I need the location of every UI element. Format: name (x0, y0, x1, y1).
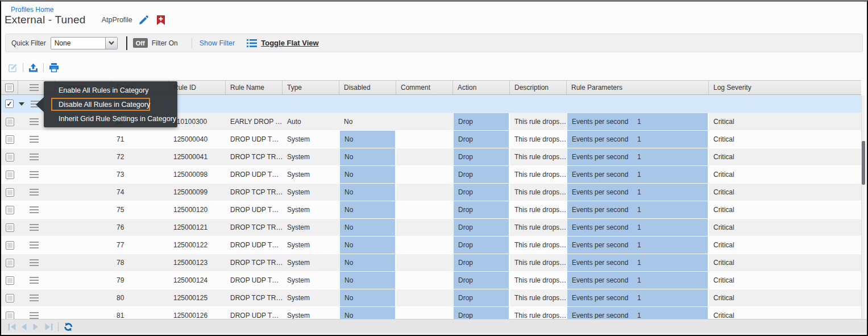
pencil-icon[interactable] (139, 15, 149, 25)
table-row[interactable]: 77 125000122 DROP UDP T… System No Drop … (1, 237, 861, 254)
hamburger-drag-icon[interactable] (30, 259, 39, 266)
cell-rule-parameters[interactable]: Events per second 1 (567, 113, 709, 130)
bookmark-add-icon[interactable] (157, 15, 165, 25)
column-header-log-severity[interactable]: Log Severity (709, 81, 861, 94)
cell-disabled[interactable]: No (339, 201, 396, 218)
cell-disabled[interactable]: No (339, 289, 396, 306)
rule-parameter-value[interactable]: 1 (637, 294, 641, 302)
hamburger-drag-icon[interactable] (30, 277, 39, 284)
column-header-type[interactable]: Type (283, 81, 339, 94)
row-checkbox[interactable] (6, 206, 14, 214)
row-checkbox[interactable] (6, 135, 14, 144)
edit-icon[interactable] (8, 63, 18, 73)
rule-parameter-value[interactable]: 1 (637, 118, 641, 126)
filter-toggle[interactable]: Off (133, 38, 148, 48)
list-icon[interactable] (247, 39, 257, 47)
cell-action[interactable]: Drop (453, 113, 510, 130)
rule-parameter-value[interactable]: 1 (637, 206, 641, 214)
chevron-down-icon[interactable] (105, 38, 117, 49)
table-row[interactable]: 79 125000124 DROP UDP T… System No Drop … (1, 272, 861, 289)
table-row[interactable]: 78 125000123 DROP TCP TR… System No Drop… (1, 254, 861, 272)
row-checkbox[interactable] (6, 153, 14, 161)
first-page-icon[interactable] (8, 323, 16, 330)
rule-parameter-value[interactable]: 1 (637, 223, 641, 231)
column-header-action[interactable]: Action (453, 81, 510, 94)
cell-disabled[interactable]: No (339, 219, 396, 236)
menu-item-highlight-box[interactable]: Disable All Rules in Category (51, 98, 150, 111)
cell-rule-parameters[interactable]: Events per second 1 (567, 272, 709, 289)
rule-parameter-value[interactable]: 1 (637, 276, 641, 284)
hamburger-drag-icon[interactable] (30, 242, 39, 248)
cell-action[interactable]: Drop (453, 237, 510, 254)
column-header-comment[interactable]: Comment (396, 81, 453, 94)
hamburger-drag-icon[interactable] (30, 171, 39, 178)
menu-item-disable-all-rules[interactable]: Disable All Rules in Category (44, 97, 177, 111)
cell-disabled[interactable]: No (339, 148, 396, 165)
cell-rule-parameters[interactable]: Events per second 1 (567, 307, 709, 319)
rule-parameter-value[interactable]: 1 (637, 153, 641, 161)
cell-disabled[interactable]: No (339, 113, 396, 130)
rule-parameter-value[interactable]: 1 (637, 259, 641, 267)
row-checkbox[interactable] (6, 118, 14, 126)
column-header-disabled[interactable]: Disabled (339, 81, 396, 94)
hamburger-drag-icon[interactable] (30, 224, 39, 231)
cell-rule-parameters[interactable]: Events per second 1 (567, 219, 709, 236)
scrollbar-thumb[interactable] (862, 141, 865, 185)
cell-action[interactable]: Drop (453, 148, 510, 165)
print-icon[interactable] (49, 63, 59, 72)
column-header-rule-parameters[interactable]: Rule Parameters (567, 81, 709, 94)
hamburger-drag-icon[interactable] (30, 189, 39, 196)
cell-action[interactable]: Drop (453, 254, 510, 271)
row-checkbox[interactable] (6, 294, 14, 302)
rule-parameter-value[interactable]: 1 (637, 171, 641, 179)
cell-action[interactable]: Drop (453, 307, 510, 319)
cell-rule-parameters[interactable]: Events per second 1 (567, 201, 709, 218)
hamburger-drag-icon[interactable] (30, 312, 39, 319)
caret-down-icon[interactable] (19, 102, 24, 106)
hamburger-drag-icon[interactable] (30, 294, 39, 301)
cell-action[interactable]: Drop (453, 272, 510, 289)
cell-disabled[interactable]: No (339, 254, 396, 271)
row-checkbox[interactable] (6, 171, 14, 179)
cell-rule-parameters[interactable]: Events per second 1 (567, 166, 709, 183)
cell-disabled[interactable]: No (339, 272, 396, 289)
hamburger-drag-icon[interactable] (30, 206, 39, 213)
select-all-checkbox[interactable] (5, 84, 14, 92)
table-row[interactable]: 72 125000041 DROP TCP TR… System No Drop… (1, 148, 861, 166)
toggle-flat-view-link[interactable]: Toggle Flat View (261, 39, 318, 47)
cell-disabled[interactable]: No (339, 131, 396, 148)
cell-action[interactable]: Drop (453, 131, 510, 148)
menu-item-inherit-grid-rule-settings[interactable]: Inherit Grid Rule Settings in Category (44, 111, 177, 126)
cell-rule-parameters[interactable]: Events per second 1 (567, 254, 709, 271)
cell-action[interactable]: Drop (453, 184, 510, 201)
rule-parameter-value[interactable]: 1 (637, 135, 641, 143)
cell-rule-parameters[interactable]: Events per second 1 (567, 184, 709, 201)
rule-parameter-value[interactable]: 1 (637, 241, 641, 249)
row-checkbox[interactable] (6, 259, 14, 267)
cell-rule-parameters[interactable]: Events per second 1 (567, 148, 709, 165)
hamburger-drag-icon[interactable] (30, 154, 39, 160)
cell-disabled[interactable]: No (339, 237, 396, 254)
cell-action[interactable]: Drop (453, 219, 510, 236)
vertical-scrollbar[interactable] (861, 96, 865, 319)
row-checkbox-checked[interactable]: ✓ (5, 99, 14, 108)
column-header-rule-id[interactable]: Rule ID (169, 81, 226, 94)
row-checkbox[interactable] (6, 312, 14, 320)
last-page-icon[interactable] (44, 323, 53, 330)
show-filter-link[interactable]: Show Filter (200, 39, 235, 47)
table-row[interactable]: 75 125000120 DROP UDP T… System No Drop … (1, 201, 861, 219)
cell-action[interactable]: Drop (453, 289, 510, 306)
next-page-icon[interactable] (33, 323, 39, 330)
cell-rule-parameters[interactable]: Events per second 1 (567, 131, 709, 148)
cell-disabled[interactable]: No (339, 184, 396, 201)
rule-parameter-value[interactable]: 1 (637, 312, 641, 319)
menu-item-enable-all-rules[interactable]: Enable All Rules in Category (44, 83, 177, 97)
cell-action[interactable]: Drop (453, 201, 510, 218)
rule-parameter-value[interactable]: 1 (637, 188, 641, 196)
table-row[interactable]: 80 125000125 DROP TCP TR… System No Drop… (1, 289, 861, 307)
refresh-icon[interactable] (64, 322, 73, 331)
hamburger-drag-icon[interactable] (30, 136, 39, 143)
cell-rule-parameters[interactable]: Events per second 1 (567, 289, 709, 306)
cell-disabled[interactable]: No (339, 307, 396, 319)
table-row[interactable]: 73 125000098 DROP UDP T… System No Drop … (1, 166, 861, 184)
